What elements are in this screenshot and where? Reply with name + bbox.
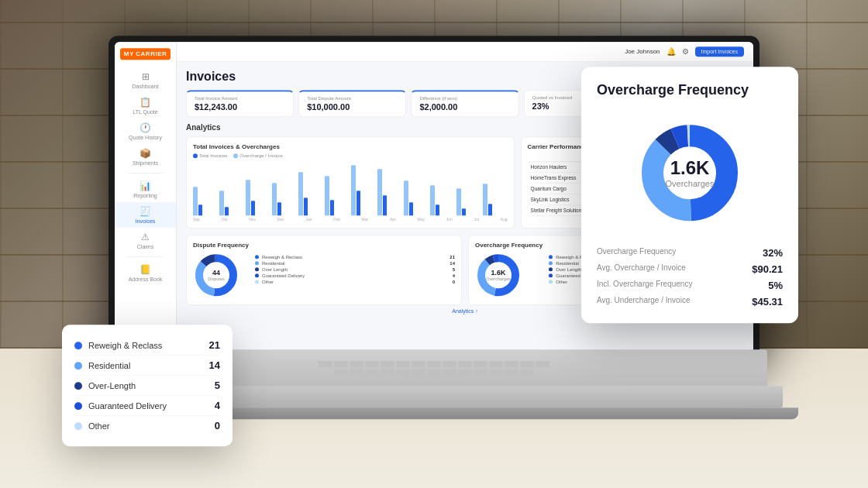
legend-label: Over-Length — [88, 381, 136, 390]
legend-dot — [549, 273, 553, 277]
sidebar-item-dashboard[interactable]: ⊞ Dashboard — [115, 67, 176, 93]
bar-total — [377, 169, 382, 215]
overcharge-donut: 1.6K Overcharges — [475, 252, 522, 298]
floating-panel-title: Overcharge Frequency — [597, 82, 783, 98]
sidebar-item-addressbook[interactable]: 📒 Address Book — [115, 260, 176, 286]
app-logo: MY CARRIER — [120, 48, 171, 60]
history-icon: 🕐 — [140, 122, 151, 133]
legend-dot — [255, 255, 259, 259]
total-invoices-chart: Total Invoices & Overcharges Total Invoi… — [186, 136, 515, 229]
legend-value: 14 — [450, 261, 455, 266]
floating-overcharge-panel: Overcharge Frequency 1.6K Overcharges Ov… — [581, 67, 798, 323]
overcharge-center: 1.6K Overcharges — [486, 269, 511, 281]
overcharge-freq-label: Overcharge Frequency — [597, 247, 676, 256]
sidebar-label-reporting: Reporting — [133, 193, 157, 198]
legend-label: Other — [88, 421, 110, 431]
big-donut-label: Overcharges — [666, 179, 715, 188]
legend-dot — [549, 267, 553, 271]
list-item: Guaranteed Delivery 4 — [255, 273, 455, 278]
legend-dot — [255, 280, 259, 284]
shipments-icon: 📦 — [140, 148, 151, 159]
legend-left: Residential — [74, 361, 130, 370]
analytics-section-title: Analytics — [186, 123, 220, 132]
bar-total — [298, 172, 303, 215]
dispute-legend: Reweigh & Reclass 21 Residential 14 Over… — [255, 255, 455, 286]
bar-overcharge — [409, 202, 413, 215]
list-item: Residential 14 — [74, 356, 220, 376]
settings-icon[interactable]: ⚙ — [682, 47, 689, 56]
dashboard-icon: ⊞ — [142, 71, 150, 82]
legend-dot — [549, 261, 553, 265]
sidebar-label-dashboard: Dashboard — [132, 84, 158, 89]
overcharge-total-label: Overcharges — [486, 277, 511, 281]
addressbook-icon: 📒 — [140, 264, 151, 275]
bar-overcharge — [304, 198, 308, 215]
stat-card-total-invoice: Total Invoice Amount $12,243.00 — [186, 90, 294, 117]
legend-dot — [549, 280, 553, 284]
notification-icon[interactable]: 🔔 — [666, 47, 676, 56]
overcharge-total-number: 1.6K — [486, 269, 511, 277]
stat-card-difference: Difference (if won) $2,000.00 — [411, 90, 518, 117]
stat-label-diff: Difference (if won) — [419, 96, 510, 101]
bar-overcharge — [198, 204, 202, 215]
dispute-frequency-card: Dispute Frequency — [186, 235, 462, 305]
legend-dot — [74, 382, 82, 390]
bar-overcharge — [330, 200, 334, 215]
overcharge-freq-title: Overcharge Frequency — [475, 242, 542, 249]
sidebar-label-addressbook: Address Book — [129, 277, 163, 282]
bar-total — [456, 188, 461, 215]
bar-total — [193, 187, 198, 215]
bar-group — [377, 169, 402, 215]
legend-value: 21 — [209, 339, 220, 351]
bar-chart — [193, 161, 508, 215]
legend-total-invoices: Total Invoices — [199, 153, 227, 158]
import-invoices-button[interactable]: Import Invoices — [695, 46, 744, 57]
legend-value: 5 — [215, 380, 220, 391]
bar-group — [246, 180, 270, 215]
laptop-wrapper: MY CARRIER ⊞ Dashboard 📋 LTL Quote 🕐 Quo… — [85, 36, 783, 469]
panel-stat-incl-freq: Incl. Overcharge Frequency 5% — [597, 280, 783, 291]
overcharge-freq-value: 32% — [763, 247, 783, 259]
stat-value-diff: $2,000.00 — [419, 102, 510, 112]
legend-label: Guaranteed Delivery — [88, 401, 167, 411]
sidebar-item-reporting[interactable]: 📊 Reporting — [115, 177, 176, 202]
legend-label: Residential — [262, 261, 446, 266]
sidebar-item-ltl[interactable]: 📋 LTL Quote — [115, 93, 176, 119]
legend-dot — [549, 255, 553, 259]
dispute-donut: 44 Disputes — [193, 252, 239, 298]
app-header: Joe Johnson 🔔 ⚙ Import Invoices — [177, 42, 753, 62]
avg-undercharge-value: $45.31 — [752, 296, 783, 308]
legend-left: Guaranteed Delivery — [74, 401, 167, 411]
sidebar-item-claims[interactable]: ⚠ Claims — [115, 228, 176, 253]
bar-overcharge — [462, 208, 466, 215]
legend-overcharge: Overcharge / Invoice — [239, 153, 282, 158]
sidebar-item-history[interactable]: 🕐 Quote History — [115, 119, 176, 144]
bar-overcharge — [383, 195, 387, 215]
bar-group — [456, 188, 481, 215]
bar-total — [246, 180, 250, 215]
legend-value: 0 — [215, 420, 220, 431]
dispute-total-label: Disputes — [208, 277, 224, 281]
big-donut-container: 1.6K Overcharges — [628, 111, 752, 235]
chart-x-labels: SepOctNovDecJanFebMarAprMayJunJulAug — [193, 217, 508, 222]
legend-value: 4 — [453, 273, 455, 278]
bar-group — [483, 184, 508, 215]
sidebar-item-shipments[interactable]: 📦 Shipments — [115, 144, 176, 170]
panel-stats: Overcharge Frequency 32% Avg. Overcharge… — [597, 247, 783, 308]
bar-group — [404, 181, 429, 216]
legend-label: Residential — [88, 361, 130, 370]
legend-dot — [74, 362, 82, 369]
bar-total — [219, 191, 224, 216]
legend-left: Over-Length — [74, 381, 136, 390]
incl-freq-value: 5% — [768, 280, 783, 291]
legend-label: Other — [262, 280, 450, 284]
sidebar-label-invoices: Invoices — [136, 218, 156, 224]
legend-label: Reweigh & Reclass — [88, 341, 162, 350]
legend-dot — [74, 422, 82, 430]
list-item: Reweigh & Reclass 21 — [255, 255, 455, 259]
bar-overcharge — [225, 207, 229, 215]
avg-undercharge-label: Avg. Undercharge / Invoice — [597, 296, 690, 304]
sidebar-label-history: Quote History — [129, 135, 162, 140]
legend-value: 0 — [453, 280, 455, 284]
sidebar-item-invoices[interactable]: 🧾 Invoices — [115, 202, 176, 228]
